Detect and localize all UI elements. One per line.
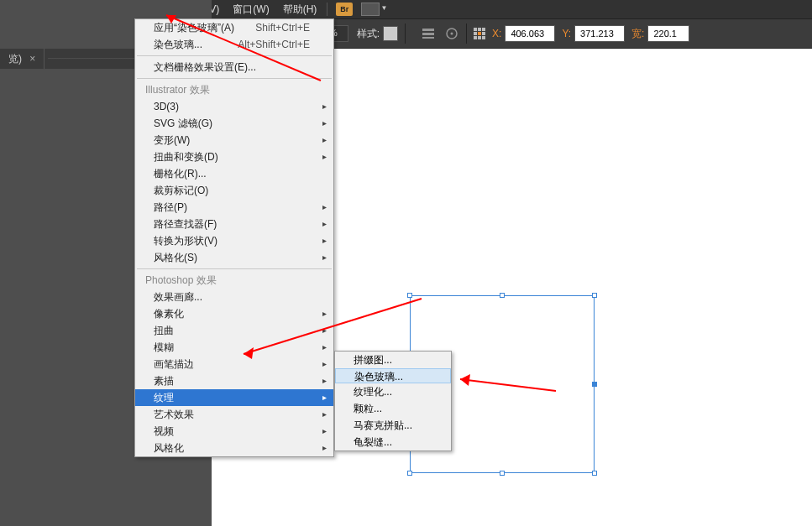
texture-submenu: 拼缀图...染色玻璃...纹理化...颗粒...马赛克拼贴...龟裂缝... <box>334 351 452 451</box>
menu-ps-1[interactable]: 像素化 <box>135 305 333 322</box>
shortcut: Alt+Shift+Ctrl+E <box>238 36 310 53</box>
handle-tm[interactable] <box>500 293 505 298</box>
menu-help[interactable]: 帮助(H) <box>276 0 324 18</box>
menu-ill-8[interactable]: 转换为形状(V) <box>135 232 333 249</box>
menu-ps-2[interactable]: 扭曲 <box>135 322 333 339</box>
arrange-documents-icon[interactable] <box>361 3 380 16</box>
x-field[interactable] <box>505 25 555 42</box>
document-tab-label: 览) <box>8 53 22 65</box>
menu-window[interactable]: 窗口(W) <box>226 0 275 18</box>
shortcut: Shift+Ctrl+E <box>255 19 310 36</box>
effect-menu: 应用“染色玻璃”(A) Shift+Ctrl+E 染色玻璃... Alt+Shi… <box>134 18 334 457</box>
menu-last-effect[interactable]: 染色玻璃... Alt+Shift+Ctrl+E <box>135 36 333 53</box>
graphic-style-swatch[interactable] <box>383 26 398 41</box>
menu-apply-last-label: 应用“染色玻璃”(A) <box>154 22 234 34</box>
divider <box>466 23 467 44</box>
menu-ps-7[interactable]: 艺术效果 <box>135 406 333 423</box>
handle-br[interactable] <box>592 471 597 476</box>
handle-bl[interactable] <box>407 471 412 476</box>
submenu-item-2[interactable]: 纹理化... <box>335 383 451 400</box>
submenu-item-3[interactable]: 颗粒... <box>335 400 451 417</box>
menu-apply-last[interactable]: 应用“染色玻璃”(A) Shift+Ctrl+E <box>135 19 333 36</box>
svg-point-4 <box>451 33 453 35</box>
divider <box>405 23 406 44</box>
handle-tl[interactable] <box>407 293 412 298</box>
menu-ps-9[interactable]: 风格化 <box>135 440 333 456</box>
menu-ill-7[interactable]: 路径查找器(F) <box>135 216 333 232</box>
y-field[interactable] <box>574 25 625 42</box>
menu-ill-2[interactable]: 变形(W) <box>135 132 333 148</box>
submenu-item-5[interactable]: 龟裂缝... <box>335 434 451 450</box>
svg-rect-0 <box>422 29 434 31</box>
menu-ps-3[interactable]: 模糊 <box>135 339 333 356</box>
menu-ill-0[interactable]: 3D(3) <box>135 98 333 115</box>
handle-tr[interactable] <box>592 293 597 298</box>
document-tab[interactable]: 览) × <box>0 49 45 69</box>
menu-last-effect-label: 染色玻璃... <box>154 39 202 50</box>
menu-ps-4[interactable]: 画笔描边 <box>135 356 333 372</box>
menu-ill-5[interactable]: 裁剪标记(O) <box>135 182 333 199</box>
menu-ps-8[interactable]: 视频 <box>135 423 333 440</box>
menu-ill-1[interactable]: SVG 滤镜(G) <box>135 115 333 132</box>
w-label: 宽: <box>631 27 644 41</box>
handle-bm[interactable] <box>500 471 505 476</box>
menu-ill-6[interactable]: 路径(P) <box>135 199 333 216</box>
reference-point-icon[interactable] <box>474 28 485 39</box>
svg-rect-1 <box>422 33 434 35</box>
menu-separator <box>137 268 332 269</box>
submenu-item-1[interactable]: 染色玻璃... <box>335 368 451 383</box>
menu-ill-3[interactable]: 扭曲和变换(D) <box>135 148 333 165</box>
menu-ps-0[interactable]: 效果画廊... <box>135 289 333 305</box>
style-label: 样式: <box>357 27 380 41</box>
transform-icon[interactable] <box>444 26 459 41</box>
submenu-item-0[interactable]: 拼缀图... <box>335 352 451 368</box>
align-icon[interactable] <box>421 26 436 41</box>
y-label: Y: <box>562 28 571 39</box>
svg-rect-2 <box>422 37 434 39</box>
menu-separator <box>137 55 332 56</box>
menu-separator <box>137 78 332 79</box>
bridge-icon[interactable]: Br <box>336 3 353 16</box>
handle-mr[interactable] <box>592 382 597 387</box>
close-tab-icon[interactable]: × <box>29 53 35 65</box>
menu-ps-5[interactable]: 素描 <box>135 372 333 389</box>
section-illustrator: Illustrator 效果 <box>135 81 333 98</box>
x-label: X: <box>492 28 501 39</box>
submenu-item-4[interactable]: 马赛克拼贴... <box>335 417 451 434</box>
menu-separator <box>327 3 327 16</box>
menu-ill-4[interactable]: 栅格化(R)... <box>135 165 333 182</box>
section-photoshop: Photoshop 效果 <box>135 272 333 289</box>
w-field[interactable] <box>647 25 689 42</box>
menu-ill-9[interactable]: 风格化(S) <box>135 249 333 266</box>
menu-doc-raster[interactable]: 文档栅格效果设置(E)... <box>135 59 333 76</box>
menu-ps-6[interactable]: 纹理 <box>135 389 333 406</box>
